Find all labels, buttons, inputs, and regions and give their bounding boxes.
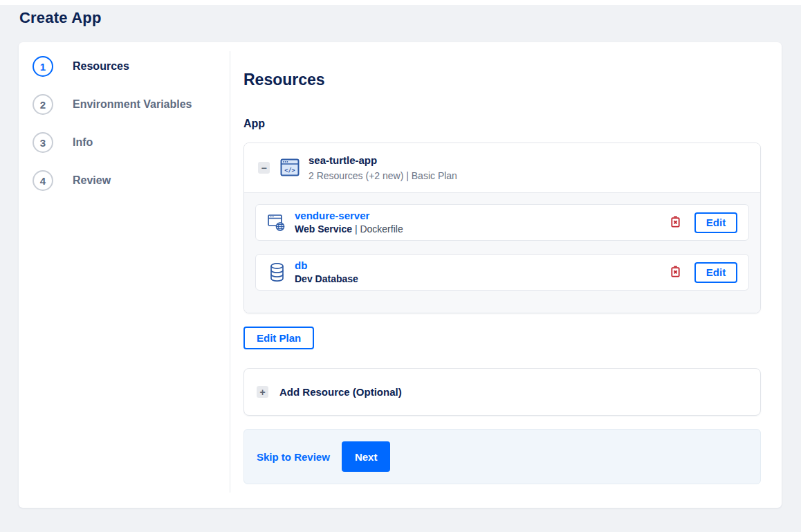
stepper-step-resources[interactable]: 1 Resources: [33, 56, 230, 77]
edit-resource-button[interactable]: Edit: [694, 262, 737, 283]
app-group-resource-list: vendure-server Web Service | Dockerfile: [244, 192, 760, 313]
step-number-badge: 1: [33, 56, 53, 77]
step-number-badge: 4: [33, 170, 53, 191]
step-label: Resources: [73, 60, 129, 73]
stepper-step-info[interactable]: 3 Info: [33, 132, 230, 153]
step-label: Info: [73, 136, 93, 149]
resource-name-link[interactable]: vendure-server: [295, 210, 369, 221]
stepper-step-review[interactable]: 4 Review: [33, 170, 230, 191]
app-group-card: − </> sea-turtle-app 2 Resources (+2 new…: [243, 143, 761, 313]
delete-resource-button[interactable]: [669, 264, 682, 281]
trash-icon: [670, 266, 681, 279]
app-section-label: App: [243, 117, 761, 130]
step-number-badge: 3: [33, 132, 53, 153]
app-summary: 2 Resources (+2 new) | Basic Plan: [309, 169, 457, 182]
wizard-content: Resources App − </> sea-turtle-app: [230, 42, 782, 508]
resource-row: vendure-server Web Service | Dockerfile: [255, 204, 749, 241]
edit-resource-button[interactable]: Edit: [694, 212, 737, 233]
create-app-wizard-card: 1 Resources 2 Environment Variables 3 In…: [19, 42, 782, 508]
next-button[interactable]: Next: [342, 441, 391, 472]
svg-text:</>: </>: [284, 167, 295, 174]
wizard-stepper: 1 Resources 2 Environment Variables 3 In…: [19, 51, 230, 493]
stepper-step-environment-variables[interactable]: 2 Environment Variables: [33, 94, 230, 115]
database-icon: [267, 262, 286, 282]
step-label: Environment Variables: [73, 98, 192, 111]
add-resource-button[interactable]: + Add Resource (Optional): [243, 368, 761, 416]
edit-plan-button[interactable]: Edit Plan: [243, 327, 314, 349]
trash-icon: [670, 216, 681, 230]
collapse-app-button[interactable]: −: [258, 162, 270, 174]
resource-name-link[interactable]: db: [295, 259, 307, 271]
step-label: Review: [73, 174, 111, 187]
wizard-footer: Skip to Review Next: [243, 429, 761, 484]
skip-to-review-link[interactable]: Skip to Review: [257, 451, 330, 463]
app-group-titles: sea-turtle-app 2 Resources (+2 new) | Ba…: [309, 154, 457, 182]
resource-description: Dev Database: [295, 273, 358, 285]
delete-resource-button[interactable]: [669, 214, 682, 231]
web-service-icon: [267, 213, 286, 232]
app-window-code-icon: </>: [280, 158, 300, 177]
app-name: sea-turtle-app: [309, 154, 457, 167]
resource-description: Web Service | Dockerfile: [295, 223, 403, 235]
content-heading: Resources: [243, 71, 761, 89]
top-strip: [0, 0, 801, 5]
step-number-badge: 2: [33, 94, 53, 115]
app-group-header: − </> sea-turtle-app 2 Resources (+2 new…: [244, 143, 760, 192]
resource-row: db Dev Database: [255, 254, 749, 291]
plus-icon: +: [257, 386, 268, 398]
add-resource-label: Add Resource (Optional): [279, 386, 402, 398]
page-title: Create App: [19, 9, 801, 27]
